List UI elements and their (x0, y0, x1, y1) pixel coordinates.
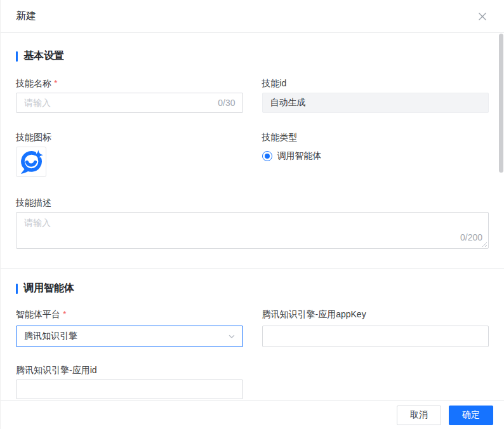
skill-type-radio-call-agent[interactable]: 调用智能体 (262, 150, 489, 162)
dialog-footer: 取消 确定 (1, 400, 504, 429)
chevron-down-icon (227, 332, 236, 341)
field-app-id: 腾讯知识引擎-应用id (16, 365, 243, 399)
field-skill-type: 技能类型 调用智能体 (262, 132, 489, 177)
field-app-key: 腾讯知识引擎-应用appKey (262, 309, 489, 347)
app-key-input[interactable] (262, 326, 489, 347)
section-accent-bar (16, 51, 18, 62)
section-agent-title: 调用智能体 (23, 282, 74, 295)
row-name-id: 技能名称 * 0/30 技能id (16, 78, 489, 113)
skill-name-label: 技能名称 * (16, 78, 243, 89)
skill-id-input (262, 93, 489, 113)
scrollbar-thumb[interactable] (499, 34, 503, 173)
skill-name-input[interactable] (16, 93, 243, 113)
confirm-button[interactable]: 确定 (449, 406, 493, 425)
section-call-agent: 调用智能体 (16, 282, 489, 295)
row-appid: 腾讯知识引擎-应用id (16, 365, 489, 399)
chat-sparkle-icon (18, 148, 44, 175)
section-accent-bar (16, 284, 18, 294)
skill-id-label: 技能id (262, 78, 489, 89)
field-skill-desc: 技能描述 0/200 (16, 197, 489, 249)
section-basic-title: 基本设置 (23, 50, 64, 63)
section-divider (1, 268, 504, 269)
skill-desc-textarea[interactable] (16, 212, 489, 249)
skill-id-input-wrap (262, 93, 489, 113)
close-icon[interactable] (476, 10, 489, 23)
row-icon-type: 技能图标 技能类型 (16, 132, 489, 177)
row-platform-appkey: 智能体平台 * 腾讯知识引擎 腾讯知识引擎-应用appKey (16, 309, 489, 347)
field-skill-id: 技能id (262, 78, 489, 113)
resize-handle-icon[interactable] (482, 242, 487, 248)
cancel-button[interactable]: 取消 (397, 406, 441, 425)
skill-desc-textarea-wrap: 0/200 (16, 212, 489, 249)
app-id-input[interactable] (16, 380, 243, 399)
field-skill-icon: 技能图标 (16, 132, 243, 177)
skill-name-input-wrap: 0/30 (16, 93, 243, 113)
dialog-body: 基本设置 技能名称 * 0/30 技能id (1, 50, 504, 399)
skill-icon-label: 技能图标 (16, 132, 243, 143)
radio-selected-icon (262, 151, 272, 161)
skill-type-label: 技能类型 (262, 132, 489, 143)
skill-icon-picker[interactable] (16, 147, 46, 177)
dialog-title: 新建 (16, 10, 36, 23)
field-skill-name: 技能名称 * 0/30 (16, 78, 243, 113)
required-asterisk: * (54, 78, 57, 89)
app-id-label: 腾讯知识引擎-应用id (16, 365, 243, 376)
field-agent-platform: 智能体平台 * 腾讯知识引擎 (16, 309, 243, 347)
agent-platform-value: 腾讯知识引擎 (24, 331, 77, 342)
required-asterisk: * (63, 309, 66, 320)
section-basic-settings: 基本设置 (16, 50, 489, 63)
dialog-header: 新建 (1, 0, 504, 33)
radio-label: 调用智能体 (277, 150, 322, 162)
agent-platform-select[interactable]: 腾讯知识引擎 (16, 326, 243, 347)
app-key-input-wrap (262, 326, 489, 347)
app-id-input-wrap (16, 380, 243, 399)
app-key-label: 腾讯知识引擎-应用appKey (262, 309, 489, 320)
skill-desc-label: 技能描述 (16, 197, 489, 208)
agent-platform-label: 智能体平台 * (16, 309, 243, 320)
new-skill-dialog: 新建 基本设置 技能名称 * 0/30 技 (0, 0, 504, 429)
